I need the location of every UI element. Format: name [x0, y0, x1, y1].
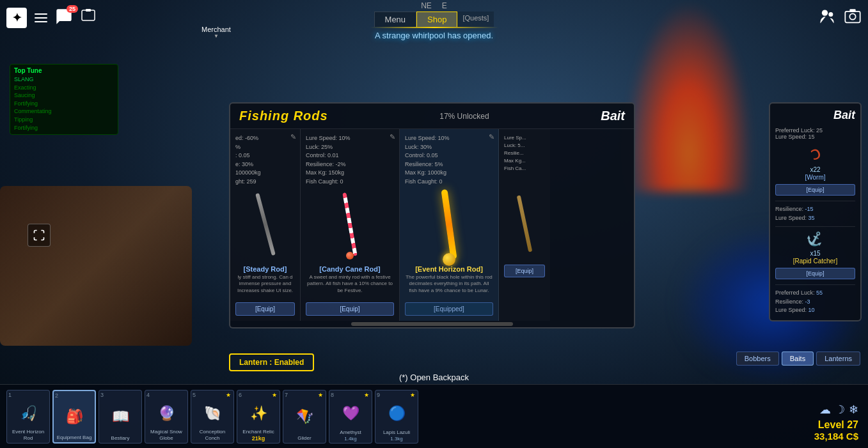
- inventory-slots: 1 🎣 Event Horizon Rod 2 🎒 Equipment Bag …: [6, 390, 418, 444]
- slot-3-icon: 📖: [112, 398, 129, 435]
- scrollbar-thumb[interactable]: [351, 322, 512, 326]
- slot-9-icon: 🔵: [388, 398, 406, 429]
- equip-button-candy[interactable]: [Equip]: [306, 302, 394, 316]
- rod-name-candy: [Candy Cane Rod]: [306, 265, 394, 273]
- screenshot-button-top[interactable]: [844, 8, 862, 28]
- rod-card-candy: ✎ Lure Speed: 10% Luck: 25% Control: 0.0…: [301, 129, 400, 321]
- bait-item-worm: Preferred Luck: 25 Lure Speed: 15 ↄ x22 …: [775, 127, 855, 196]
- level-display: Level 27: [818, 419, 858, 431]
- rod-desc-candy: A sweet and minty rod with a festive pat…: [306, 274, 394, 300]
- slot-4-icon: 🔮: [158, 398, 175, 429]
- tab-bobbers[interactable]: Bobbers: [736, 351, 779, 366]
- rod-image-candy: [306, 186, 394, 263]
- moon-icon: ☽: [835, 403, 845, 417]
- svg-rect-6: [849, 9, 855, 12]
- inv-slot-3[interactable]: 3 📖 Bestiary: [99, 390, 142, 444]
- tab-shop[interactable]: Shop: [416, 12, 457, 27]
- fishing-rods-panel: Fishing Rods 17% Unlocked Bait ✎ ed: -60…: [229, 102, 635, 328]
- worm-preferred-luck: Preferred Luck: 25: [775, 127, 855, 134]
- rod-desc-steady: ly stiff and strong. Can d immense press…: [235, 274, 295, 300]
- worm-count: x22: [775, 166, 855, 173]
- panel-header: Fishing Rods 17% Unlocked Bait: [230, 104, 634, 129]
- slot-8-icon: 💜: [342, 398, 359, 429]
- bg-table: [0, 186, 192, 346]
- rod-edit-icon[interactable]: ✎: [290, 133, 296, 141]
- currency-display: 33,184 C$: [814, 431, 858, 442]
- bait-divider3: [775, 284, 855, 285]
- bait-panel-header: Bait: [775, 109, 855, 122]
- chat-button[interactable]: 25: [55, 8, 75, 28]
- rod-edit-icon-candy[interactable]: ✎: [390, 133, 395, 141]
- rod-stats-4: Lure Sp... Luck: 5... Resilie... Max Kg.…: [504, 134, 545, 185]
- bait-divider2: [775, 226, 855, 227]
- bait-item-rapid: ⚓ x15 [Rapid Catcher] [Equip]: [775, 231, 855, 279]
- tab-baits[interactable]: Baits: [782, 351, 814, 366]
- hamburger-button[interactable]: [32, 9, 50, 27]
- player-list-button[interactable]: [818, 8, 836, 28]
- slot-5-star: ★: [226, 392, 231, 398]
- slot-7-name: Glider: [297, 435, 311, 442]
- equip-button-horizon[interactable]: [Equipped]: [405, 302, 493, 316]
- worm-equip-button[interactable]: [Equip]: [775, 184, 855, 196]
- weather-icons: ☁ ☽ ❄: [819, 403, 858, 417]
- panel-unlock-percent: 17% Unlocked: [439, 112, 489, 121]
- nav-tabs-container: NE E: [416, 0, 452, 12]
- tab-lanterns[interactable]: Lanterns: [816, 351, 860, 366]
- inv-slot-6[interactable]: 6 ★ ✨ Enchant Relic 21kg: [237, 390, 280, 444]
- menu-shop-tabs: Menu Shop [Quests]: [374, 12, 494, 27]
- hamburger-line: [35, 21, 47, 22]
- rod-image-steady: [235, 186, 295, 263]
- hamburger-line: [35, 17, 47, 19]
- chat-badge: 25: [67, 5, 78, 13]
- worm-icon-area: ↄ: [775, 143, 855, 164]
- lantern-toggle-button[interactable]: Lantern : Enabled: [229, 353, 314, 371]
- inv-slot-4[interactable]: 4 🔮 Magical Snow Globe: [145, 390, 188, 444]
- nav-bar-line: [370, 27, 498, 28]
- slot-9-name: Lapis Lazuli: [383, 429, 410, 436]
- roblox-logo[interactable]: ✦: [6, 8, 27, 28]
- worm-name: [Worm]: [775, 174, 855, 181]
- slot-2-name: Equipment Bag: [57, 435, 92, 441]
- rod-stats-candy: Lure Speed: 10% Luck: 25% Control: 0.01 …: [306, 134, 394, 186]
- rod-card-steady: ✎ ed: -60% % : 0.05 e: 30% 100000kg ght:…: [230, 129, 301, 321]
- rods-container[interactable]: ✎ ed: -60% % : 0.05 e: 30% 100000kg ght:…: [230, 129, 634, 321]
- inv-slot-7[interactable]: 7 ★ 🪁 Glider: [283, 390, 326, 444]
- camera-button-top[interactable]: [81, 9, 99, 27]
- slot-5-icon: 🐚: [204, 398, 221, 429]
- rod-edit-icon-horizon[interactable]: ✎: [489, 133, 494, 141]
- slot-5-name: Conception Conch: [193, 429, 232, 441]
- slot-9-star: ★: [410, 392, 415, 398]
- snowflake-icon: ❄: [849, 403, 858, 417]
- rod-stats-steady: ed: -60% % : 0.05 e: 30% 100000kg ght: 2…: [235, 134, 295, 186]
- slot-1-name: Event Horizon Rod: [8, 429, 48, 441]
- svg-point-2: [822, 10, 828, 15]
- inv-slot-9[interactable]: 9 ★ 🔵 Lapis Lazuli 1.3kg: [375, 390, 418, 444]
- rod-name-horizon: [Event Horizon Rod]: [405, 265, 493, 273]
- worm-lure-speed: Lure Speed: 15: [775, 134, 855, 140]
- panel-bait-label: Bait: [601, 109, 625, 123]
- equip-button-4[interactable]: [Equip]: [504, 265, 545, 277]
- slot-8-name: Amethyst: [340, 429, 361, 436]
- slot-1-icon: 🎣: [20, 398, 37, 429]
- direction-ne: NE: [416, 0, 437, 12]
- tab-menu[interactable]: Menu: [374, 12, 417, 27]
- tab-quests[interactable]: [Quests]: [457, 12, 494, 27]
- expand-button[interactable]: [28, 224, 51, 247]
- center-navigation: NE E Menu Shop [Quests] A strange whirlp…: [370, 0, 498, 40]
- inv-slot-5[interactable]: 5 ★ 🐚 Conception Conch: [191, 390, 234, 444]
- announcement-text: A strange whirlpool has opened.: [375, 31, 493, 40]
- rapid-stats: Preferred Luck: 55 Resilience: -3 Lure S…: [775, 289, 855, 315]
- rod-image-4: [504, 185, 545, 262]
- inv-slot-1[interactable]: 1 🎣 Event Horizon Rod: [6, 390, 50, 444]
- inv-slot-8[interactable]: 8 ★ 💜 Amethyst 1.4kg: [329, 390, 372, 444]
- merchant-label: Merchant ▼: [201, 26, 231, 39]
- slot-6-star: ★: [272, 392, 277, 398]
- rod-name-steady: [Steady Rod]: [235, 265, 295, 273]
- inv-slot-2[interactable]: 2 🎒 Equipment Bag: [52, 390, 96, 444]
- rapid-equip-button[interactable]: [Equip]: [775, 268, 855, 279]
- svg-rect-1: [86, 9, 91, 12]
- worm-icon: ↄ: [807, 141, 823, 164]
- rapid-count: x15: [775, 250, 855, 257]
- equip-button-steady[interactable]: [Equip]: [235, 302, 295, 316]
- rod-image-horizon: [405, 186, 493, 263]
